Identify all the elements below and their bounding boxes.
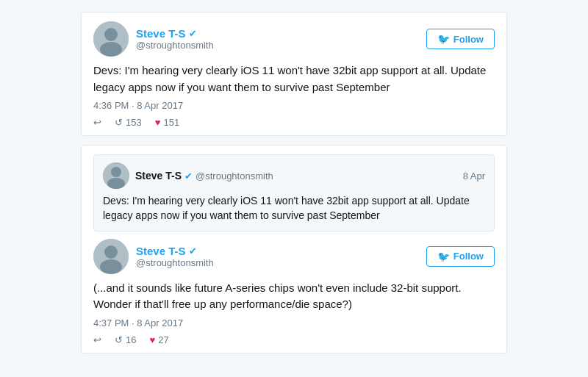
like-action-1[interactable]: 151 — [155, 117, 179, 128]
twitter-bird-icon-2: 🐦 — [437, 251, 450, 262]
avatar-2 — [93, 239, 129, 274]
tweet-actions-2: 16 27 — [93, 334, 495, 345]
verified-icon-2: ✔ — [189, 245, 197, 256]
tweet-header-left-1: Steve T-S ✔ @stroughtonsmith — [93, 21, 214, 57]
heart-icon-1 — [155, 117, 161, 128]
user-name-1[interactable]: Steve T-S — [136, 27, 186, 40]
like-count-2: 27 — [158, 334, 168, 345]
reply-action-2[interactable] — [93, 334, 101, 345]
user-name-row-2: Steve T-S ✔ — [136, 245, 214, 257]
verified-icon-quoted: ✔ — [184, 170, 193, 182]
follow-button-1[interactable]: 🐦 Follow — [426, 29, 495, 49]
avatar-1 — [93, 21, 129, 57]
svg-point-2 — [100, 42, 122, 57]
retweet-action-1[interactable]: 153 — [115, 117, 142, 128]
heart-icon-2 — [149, 334, 155, 345]
svg-point-4 — [111, 167, 121, 177]
user-handle-1: @stroughtonsmith — [136, 40, 214, 51]
retweet-count-1: 153 — [126, 117, 142, 128]
tweet-header-2: Steve T-S ✔ @stroughtonsmith 🐦 Follow — [93, 239, 495, 274]
svg-point-8 — [100, 259, 122, 274]
tweet-time-2: 4:37 PM · 8 Apr 2017 — [93, 317, 495, 328]
retweet-action-2[interactable]: 16 — [115, 334, 136, 345]
user-info-1: Steve T-S ✔ @stroughtonsmith — [136, 27, 214, 51]
user-name-2[interactable]: Steve T-S — [136, 245, 186, 257]
quoted-user-row: Steve T-S ✔ @stroughtonsmith — [135, 170, 273, 182]
reply-icon-2 — [93, 334, 101, 345]
reply-icon-1 — [93, 117, 101, 128]
follow-label-2: Follow — [453, 251, 484, 262]
quoted-handle: @stroughtonsmith — [196, 170, 273, 182]
tweet-text-1: Devs: I'm hearing very clearly iOS 11 wo… — [93, 62, 495, 96]
retweet-count-2: 16 — [126, 334, 136, 345]
svg-point-1 — [104, 28, 118, 41]
quoted-date: 8 Apr — [463, 170, 485, 182]
like-count-1: 151 — [163, 117, 179, 128]
tweet-header-left-2: Steve T-S ✔ @stroughtonsmith — [93, 239, 214, 274]
like-action-2[interactable]: 27 — [149, 334, 168, 345]
tweet-card-1: Steve T-S ✔ @stroughtonsmith 🐦 Follow De… — [81, 12, 507, 136]
user-name-row-1: Steve T-S ✔ — [136, 27, 214, 40]
avatar-quoted — [103, 162, 129, 189]
verified-icon-1: ✔ — [189, 28, 197, 39]
tweet-time-1: 4:36 PM · 8 Apr 2017 — [93, 100, 495, 111]
tweet-header-1: Steve T-S ✔ @stroughtonsmith 🐦 Follow — [93, 21, 495, 57]
quoted-user-name: Steve T-S — [135, 170, 182, 182]
follow-label-1: Follow — [453, 34, 484, 45]
tweet-card-2: Steve T-S ✔ @stroughtonsmith 8 Apr Devs:… — [81, 145, 507, 353]
retweet-icon-2 — [115, 334, 123, 345]
twitter-bird-icon-1: 🐦 — [437, 33, 450, 45]
user-handle-2: @stroughtonsmith — [136, 257, 214, 268]
quoted-header: Steve T-S ✔ @stroughtonsmith 8 Apr — [103, 162, 485, 189]
svg-point-7 — [104, 245, 118, 259]
quoted-text: Devs: I'm hearing very clearly iOS 11 wo… — [103, 193, 485, 223]
follow-button-2[interactable]: 🐦 Follow — [426, 246, 495, 267]
user-info-2: Steve T-S ✔ @stroughtonsmith — [136, 245, 214, 268]
reply-action-1[interactable] — [93, 117, 101, 128]
retweet-icon-1 — [115, 117, 123, 128]
quoted-tweet: Steve T-S ✔ @stroughtonsmith 8 Apr Devs:… — [93, 154, 495, 231]
tweet-actions-1: 153 151 — [93, 117, 495, 128]
tweet-text-2: (...and it sounds like future A-series c… — [93, 280, 495, 313]
